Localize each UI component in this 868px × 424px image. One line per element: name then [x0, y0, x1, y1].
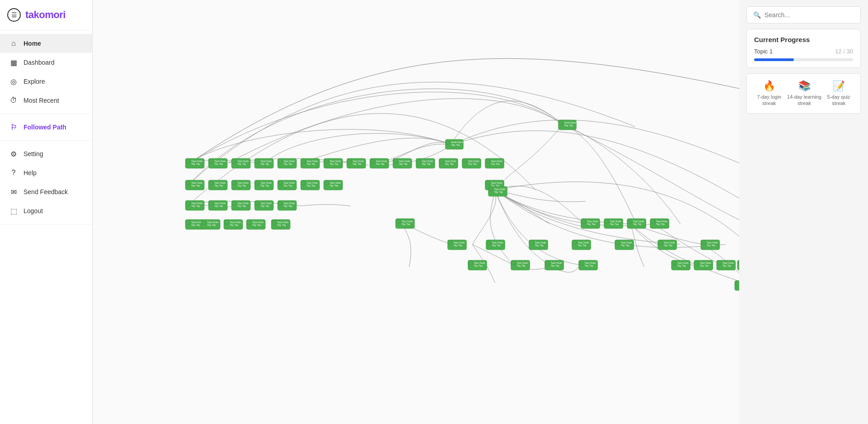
graph-area[interactable]: Node Name Tag, Tag Node Name Tag, Tag To… [93, 0, 739, 424]
svg-rect-26 [278, 159, 283, 163]
graph-node[interactable]: Topic Node Tag, Tag [324, 180, 343, 190]
nav-section-settings: ⚙ Setting ? Help ✉ Send Feedback ⬚ Logou… [0, 141, 92, 224]
svg-rect-46 [393, 159, 398, 163]
graph-node[interactable]: Topic Node Tag, Tag [255, 180, 274, 190]
sidebar-item-setting-label: Setting [24, 150, 43, 157]
graph-node[interactable]: Topic Node Tag, Tag [511, 260, 530, 270]
graph-node[interactable]: Topic Node Tag, Tag [468, 260, 487, 270]
search-icon: 🔍 [753, 11, 761, 19]
graph-node[interactable]: Topic Node Tag, Tag [185, 158, 204, 168]
graph-node[interactable]: Topic Node Tag, Tag [301, 180, 320, 190]
graph-node[interactable]: Topic Node Tag, Tag [278, 180, 297, 190]
graph-node[interactable]: Topic Node Tag, Tag [701, 240, 720, 250]
graph-node[interactable]: Topic Node Tag, Tag [671, 260, 690, 270]
graph-node[interactable]: Topic Node Tag, Tag [462, 158, 481, 168]
svg-rect-30 [301, 159, 306, 163]
sidebar-item-most-recent[interactable]: ⏱ Most Recent [0, 91, 92, 110]
svg-rect-86 [301, 181, 306, 185]
menu-icon[interactable]: ☰ [7, 8, 21, 22]
graph-node[interactable]: Topic Node Tag, Tag [255, 158, 274, 168]
streak-quiz-label: 5-day quizstreak [827, 94, 850, 107]
search-input[interactable] [764, 11, 854, 19]
sidebar-item-help[interactable]: ? Help [0, 163, 92, 182]
sidebar-item-logout[interactable]: ⬚ Logout [0, 201, 92, 220]
graph-node[interactable]: Topic Node Tag, Tag [486, 240, 505, 250]
graph-node[interactable]: Topic Node Tag, Tag [627, 219, 646, 229]
svg-rect-194 [511, 261, 516, 265]
graph-node[interactable]: Topic Node Tag, Tag [201, 219, 220, 229]
svg-text:Tag, Tag: Tag, Tag [283, 162, 292, 165]
graph-node[interactable]: Topic Node Tag, Tag [658, 240, 677, 250]
graph-node[interactable]: Topic Node Tag, Tag [208, 180, 227, 190]
graph-node[interactable]: Topic Node Tag, Tag [246, 219, 265, 229]
svg-rect-0 [93, 0, 739, 424]
graph-node[interactable]: Topic Node Tag, Tag [370, 158, 389, 168]
svg-text:Tag, Tag: Tag, Tag [610, 223, 618, 225]
graph-node[interactable]: Topic Node Tag, Tag [231, 180, 250, 190]
svg-text:Tag, Tag: Tag, Tag [191, 205, 200, 207]
graph-node[interactable]: Topic Node Tag, Tag [255, 200, 274, 210]
svg-rect-6 [446, 140, 450, 144]
streak-learning: 📚 14-day learningstreak [787, 80, 821, 107]
graph-node[interactable]: Topic Node Tag, Tag [231, 158, 250, 168]
graph-node[interactable]: Topic Node Tag, Tag [485, 158, 504, 168]
sidebar-item-explore[interactable]: ◎ Explore [0, 72, 92, 91]
graph-node[interactable]: Topic Node Tag, Tag [278, 200, 297, 210]
svg-text:Tag, Tag: Tag, Tag [491, 162, 500, 165]
graph-node[interactable]: Topic Node Tag, Tag [416, 158, 435, 168]
svg-rect-42 [370, 159, 375, 163]
svg-rect-94 [486, 181, 490, 185]
svg-rect-82 [278, 181, 283, 185]
graph-node[interactable]: Topic Node Tag, Tag [615, 240, 634, 250]
graph-node[interactable]: Topic Node Tag, Tag [439, 158, 458, 168]
graph-node[interactable]: Topic Node Tag, Tag [185, 200, 204, 210]
graph-node-hub[interactable]: Topic Node Tag, Tag [488, 186, 507, 196]
svg-rect-214 [717, 261, 722, 265]
sidebar-logo: ☰ takomori [0, 0, 92, 30]
svg-rect-154 [627, 219, 632, 224]
graph-node[interactable]: Topic Node Tag, Tag [208, 200, 227, 210]
graph-node[interactable]: Topic Node Tag, Tag [529, 240, 548, 250]
graph-node[interactable]: Topic Node Tag, Tag [396, 219, 415, 229]
graph-node[interactable]: Node Name Tag, Tag [558, 120, 576, 130]
graph-node[interactable]: Node Name Tag, Tag [445, 139, 463, 149]
svg-text:Tag, Tag: Tag, Tag [353, 162, 361, 165]
svg-text:Tag, Tag: Tag, Tag [191, 224, 200, 226]
svg-text:Tag, Tag: Tag, Tag [191, 162, 200, 165]
graph-node[interactable]: Topic Node Tag, Tag [572, 240, 591, 250]
svg-text:Tag, Tag: Tag, Tag [535, 244, 543, 247]
graph-node[interactable]: Topic Node Tag, Tag [271, 219, 290, 229]
sidebar-item-followed-path[interactable]: ⚐ Followed Path [0, 118, 92, 137]
graph-node[interactable]: Topic Node Tag, Tag [694, 260, 713, 270]
sidebar-item-explore-label: Explore [24, 78, 45, 85]
home-icon: ⌂ [9, 39, 18, 48]
svg-rect-118 [489, 187, 493, 191]
sidebar-item-feedback[interactable]: ✉ Send Feedback [0, 182, 92, 201]
graph-node[interactable]: Topic Node Tag, Tag [301, 158, 320, 168]
graph-node[interactable]: Topic Node Tag, Tag [448, 240, 467, 250]
graph-node[interactable]: Topic Node Tag, Tag [324, 158, 343, 168]
graph-node[interactable]: Topic Node Tag, Tag [735, 281, 739, 291]
graph-node[interactable]: Topic Node Tag, Tag [717, 260, 736, 270]
graph-node[interactable]: Topic Node Tag, Tag [545, 260, 564, 270]
graph-node[interactable]: Topic Node Tag, Tag [347, 158, 366, 168]
sidebar-item-home[interactable]: ⌂ Home [0, 34, 92, 53]
graph-node[interactable]: Topic Node Tag, Tag [231, 200, 250, 210]
graph-node[interactable]: Topic Node Tag, Tag [185, 180, 204, 190]
svg-text:Tag, Tag: Tag, Tag [330, 184, 338, 187]
sidebar-item-dashboard[interactable]: ▦ Dashboard [0, 53, 92, 72]
graph-node[interactable]: Topic Node Tag, Tag [208, 158, 227, 168]
graph-node[interactable]: Topic Node Tag, Tag [604, 219, 623, 229]
graph-node[interactable]: Topic Node Tag, Tag [278, 158, 297, 168]
graph-node[interactable]: Topic Node Tag, Tag [581, 219, 600, 229]
svg-text:Tag, Tag: Tag, Tag [664, 244, 672, 247]
app-name: takomori [25, 9, 66, 21]
graph-node[interactable]: Topic Node Tag, Tag [393, 158, 412, 168]
graph-node[interactable]: Topic Node Tag, Tag [579, 260, 598, 270]
graph-node[interactable]: Topic Node Tag, Tag [650, 219, 669, 229]
search-container[interactable]: 🔍 [746, 6, 861, 24]
graph-node[interactable]: Topic Node Tag, Tag [224, 219, 243, 229]
svg-text:Tag, Tag: Tag, Tag [260, 184, 269, 187]
knowledge-graph[interactable]: Node Name Tag, Tag Node Name Tag, Tag To… [93, 0, 739, 424]
sidebar-item-setting[interactable]: ⚙ Setting [0, 144, 92, 163]
